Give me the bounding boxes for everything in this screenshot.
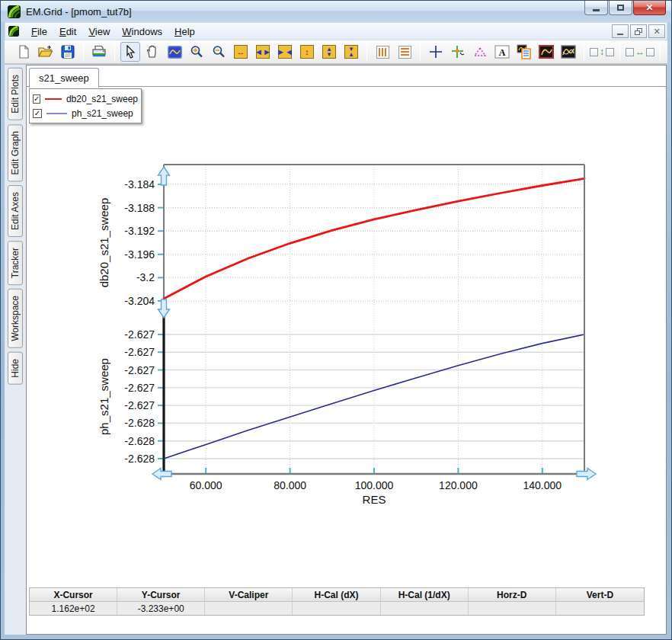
- legend-line-sample-ph: [46, 113, 67, 114]
- header-vert-d: Vert-D: [556, 588, 644, 601]
- vertical-fit-arrow-icon: ↕: [600, 47, 604, 56]
- mdi-restore-icon: [635, 28, 642, 35]
- zoom-out-button[interactable]: [209, 42, 229, 62]
- x-compress-icon: ►◄: [278, 45, 292, 59]
- legend-line-sample-db20: [45, 98, 62, 100]
- text-label-button[interactable]: A: [492, 42, 512, 62]
- open-button[interactable]: [36, 42, 56, 62]
- toolbar-separator: [83, 43, 84, 60]
- cursor-cross-icon: [429, 45, 443, 59]
- plot-legend: ✓ db20_s21_sweep ✓ ph_s21_sweep: [29, 88, 142, 123]
- vertical-gridlines-button[interactable]: [373, 42, 392, 62]
- mdi-minimize-button[interactable]: [612, 24, 629, 38]
- window-title: EM.Grid - [pmom_tut7b]: [26, 6, 132, 18]
- mdi-restore-button[interactable]: [630, 24, 647, 38]
- text-label-icon: A: [494, 45, 510, 59]
- zoom-in-button[interactable]: [187, 42, 206, 62]
- save-button[interactable]: [58, 42, 78, 62]
- toolbar-separator: [619, 43, 620, 60]
- sidebar-tab-edit-axes[interactable]: Edit Axes: [8, 185, 23, 237]
- maximize-button[interactable]: [609, 1, 632, 15]
- fit-vertical-button[interactable]: ↕: [590, 47, 614, 56]
- select-pointer-button[interactable]: [120, 42, 140, 62]
- pan-button[interactable]: [142, 42, 162, 62]
- sidebar: Edit Plots Edit Graph Edit Axes Tracker …: [5, 65, 26, 635]
- y-tick-label: -3.196: [124, 248, 155, 261]
- horizontal-gridlines-button[interactable]: [395, 42, 414, 62]
- status-header-row: X-Cursor Y-Cursor V-Caliper H-Cal (dX) H…: [30, 588, 644, 602]
- y-axis-title: ph_s21_sweep: [98, 358, 110, 435]
- status-value-row: 1.162e+02 -3.233e+00: [30, 602, 644, 615]
- legend-checkbox-ph[interactable]: ✓: [33, 109, 42, 118]
- value-h-cal-1dx: [381, 602, 469, 615]
- horizontal-gridlines-icon: [398, 46, 411, 59]
- zoom-window-button[interactable]: [165, 42, 184, 62]
- x-axis-title: RES: [363, 493, 386, 506]
- menubar: File Edit View Windows Help ✕: [5, 22, 667, 40]
- sidebar-tab-workspace[interactable]: Workspace: [8, 289, 23, 348]
- cursor-cross-button[interactable]: [426, 42, 446, 62]
- mdi-document-icon[interactable]: [8, 26, 19, 37]
- axis-handle-up[interactable]: [158, 167, 170, 185]
- print-button[interactable]: [89, 42, 109, 62]
- y-tick-label: -3.188: [124, 202, 155, 214]
- zoom-in-icon: [190, 45, 203, 59]
- edit-plot-icon: [539, 45, 554, 59]
- y-compress-button[interactable]: ▼▲: [341, 42, 361, 62]
- legend-icon: [517, 44, 532, 59]
- value-h-cal-dx: [293, 602, 380, 615]
- menu-windows[interactable]: Windows: [116, 24, 168, 40]
- menu-help[interactable]: Help: [168, 24, 201, 40]
- minimize-button[interactable]: [584, 1, 608, 15]
- axis-handle-left[interactable]: [152, 469, 171, 480]
- toolbar-separator: [660, 43, 661, 60]
- checkbox-icon: [590, 48, 598, 56]
- caliper-button[interactable]: [470, 42, 490, 62]
- value-x-cursor: 1.162e+02: [30, 602, 117, 615]
- maximize-icon: [617, 5, 624, 11]
- cursor-status-table: X-Cursor Y-Cursor V-Caliper H-Cal (dX) H…: [29, 587, 645, 616]
- y-tick-label: -3.204: [124, 295, 155, 307]
- x-outward-button[interactable]: ◄►: [253, 42, 273, 62]
- mdi-close-button[interactable]: ✕: [648, 24, 665, 38]
- sidebar-tab-edit-plots[interactable]: Edit Plots: [8, 68, 23, 120]
- menu-view[interactable]: View: [82, 24, 116, 40]
- close-button[interactable]: ✕: [633, 1, 666, 15]
- new-document-icon: [17, 45, 30, 59]
- chart-canvas[interactable]: -3.184-3.188-3.192-3.196-3.2-3.204db20_s…: [27, 66, 667, 635]
- new-document-button[interactable]: [14, 42, 34, 62]
- y-tick-label: -3.184: [124, 178, 155, 190]
- checkbox-icon: [646, 48, 654, 56]
- x-tick-label: 60.000: [190, 479, 222, 491]
- y-tick-label: -2.627: [124, 328, 155, 341]
- edit-plot-button[interactable]: [536, 42, 556, 62]
- zoom-out-icon: [212, 45, 226, 59]
- fit-horizontal-button[interactable]: ↔: [626, 47, 654, 56]
- tracker-button[interactable]: [448, 42, 468, 62]
- y-expand-button[interactable]: ↕: [297, 42, 317, 62]
- x-expand-button[interactable]: ↔: [231, 42, 251, 62]
- menu-file[interactable]: File: [25, 24, 53, 40]
- minimize-icon: [593, 9, 600, 11]
- sidebar-tab-tracker[interactable]: Tracker: [8, 241, 23, 285]
- legend-checkbox-db20[interactable]: ✓: [33, 94, 40, 104]
- value-vert-d: [556, 602, 644, 615]
- menu-edit[interactable]: Edit: [53, 24, 82, 40]
- sidebar-tab-edit-graph[interactable]: Edit Graph: [8, 124, 23, 181]
- sidebar-tab-hide[interactable]: Hide: [8, 352, 23, 385]
- x-compress-button[interactable]: ►◄: [275, 42, 295, 62]
- plots-button[interactable]: [558, 42, 578, 62]
- y-tick-label: -2.627: [124, 382, 155, 394]
- y-outward-button[interactable]: ▲▼: [319, 42, 339, 62]
- axis-handle-right[interactable]: [577, 469, 596, 480]
- app-window: EM.Grid - [pmom_tut7b] ✕ File Edit View …: [0, 0, 672, 640]
- checkbox-icon: [626, 48, 634, 56]
- zoom-window-icon: [168, 46, 182, 59]
- titlebar[interactable]: EM.Grid - [pmom_tut7b] ✕: [1, 1, 671, 22]
- axis-handle-down[interactable]: [158, 299, 170, 318]
- y-tick-label: -2.628: [124, 453, 155, 465]
- legend-button[interactable]: [514, 42, 534, 62]
- toolbar: ↔ ◄► ►◄ ↕ ▲▼ ▼▲: [5, 40, 667, 64]
- y-tick-label: -2.628: [124, 435, 155, 447]
- y-tick-label: -2.627: [124, 346, 155, 358]
